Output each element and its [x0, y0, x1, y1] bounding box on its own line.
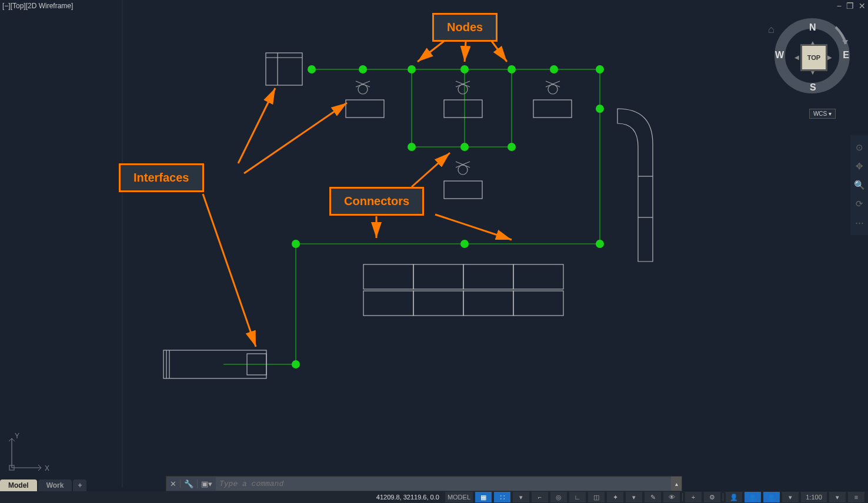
command-input[interactable] — [216, 477, 671, 491]
status-osnap-icon[interactable]: ✦ — [607, 492, 623, 502]
svg-point-12 — [408, 65, 416, 73]
close-button[interactable]: ✕ — [859, 2, 866, 10]
svg-line-62 — [244, 103, 347, 173]
command-settings-icon[interactable]: 🔧 — [181, 479, 198, 488]
callout-nodes: Nodes — [432, 13, 498, 42]
node-markers[interactable] — [292, 65, 604, 368]
minimize-button[interactable]: − — [837, 2, 842, 10]
nav-orbit-icon[interactable]: ⟳ — [853, 197, 866, 210]
viewcube-arrow-left[interactable]: ◀ — [794, 54, 799, 61]
viewport-title-bar: [−][Top][2D Wireframe] − ❐ ✕ — [0, 0, 868, 12]
svg-rect-47 — [513, 264, 563, 289]
callout-interfaces-label: Interfaces — [133, 171, 189, 184]
status-person3-icon[interactable]: 👤 — [763, 492, 780, 502]
status-dropdown-1[interactable]: ▾ — [513, 492, 529, 502]
status-menu-icon[interactable]: ≡ — [848, 492, 864, 502]
nav-more-icon[interactable]: ⋯ — [853, 216, 866, 229]
home-icon[interactable]: ⌂ — [768, 24, 774, 36]
viewcube-arrow-down[interactable]: ▼ — [810, 69, 816, 76]
svg-line-65 — [435, 214, 512, 240]
tab-model[interactable]: Model — [0, 479, 37, 491]
svg-rect-31 — [444, 181, 482, 199]
ucs-x-label: X — [45, 464, 49, 472]
interface-blocks[interactable] — [163, 53, 653, 378]
svg-line-63 — [203, 194, 256, 347]
wcs-indicator[interactable]: WCS ▾ — [809, 109, 836, 119]
ucs-y-label: Y — [15, 432, 19, 440]
svg-rect-30 — [533, 100, 572, 118]
drawing-canvas[interactable] — [0, 0, 868, 503]
command-line[interactable]: ✕ 🔧 ▣▾ ▴ — [166, 476, 682, 491]
status-dropdown-3[interactable]: ▾ — [782, 492, 799, 502]
svg-point-41 — [458, 165, 468, 175]
svg-rect-45 — [413, 264, 463, 289]
restore-button[interactable]: ❐ — [846, 2, 854, 10]
status-grid-icon[interactable]: ▦ — [475, 492, 492, 502]
compass-n[interactable]: N — [809, 22, 816, 33]
status-gear-icon[interactable]: ⚙ — [704, 492, 720, 502]
svg-point-32 — [358, 85, 368, 94]
callout-nodes-label: Nodes — [447, 21, 483, 33]
status-bar: 41209.8, 32119.6, 0.0 MODEL ▦ ⸬ ▾ ⌐ ◎ ∟ … — [0, 491, 868, 503]
svg-point-20 — [596, 105, 604, 113]
compass-e[interactable]: E — [843, 50, 849, 61]
svg-point-38 — [548, 85, 557, 94]
svg-rect-51 — [513, 291, 563, 316]
svg-point-24 — [292, 360, 300, 368]
svg-line-61 — [238, 88, 275, 163]
callout-connectors-label: Connectors — [344, 195, 409, 207]
tab-work[interactable]: Work — [38, 479, 72, 491]
status-lineweight-icon[interactable]: ✎ — [645, 492, 661, 502]
svg-rect-29 — [444, 100, 482, 118]
viewport-label[interactable]: [−][Top][2D Wireframe] — [2, 2, 73, 10]
svg-point-11 — [359, 65, 367, 73]
status-coords: 41209.8, 32119.6, 0.0 — [376, 494, 439, 501]
callout-interfaces: Interfaces — [119, 163, 204, 192]
compass-s[interactable]: S — [810, 82, 816, 93]
svg-rect-28 — [346, 100, 384, 118]
svg-point-21 — [292, 240, 300, 248]
svg-point-15 — [550, 65, 558, 73]
command-history-expand[interactable]: ▴ — [671, 477, 682, 491]
status-dropdown-2[interactable]: ▾ — [626, 492, 642, 502]
svg-point-14 — [508, 65, 516, 73]
svg-line-58 — [418, 41, 444, 62]
status-scale[interactable]: 1:100 — [801, 492, 827, 502]
svg-point-19 — [508, 143, 516, 151]
nav-zoom-icon[interactable]: 🔍 — [853, 179, 866, 192]
nav-wheel-icon[interactable]: ⊙ — [853, 141, 866, 154]
command-prompt-icon[interactable]: ▣▾ — [198, 479, 216, 488]
view-cube[interactable]: TOP N S E W ▲ ▼ ◀ ▶ ⌂ — [768, 12, 856, 106]
status-person2-icon[interactable]: 👤 — [745, 492, 761, 502]
status-iso-icon[interactable]: ◫ — [588, 492, 605, 502]
tab-add[interactable]: + — [73, 479, 86, 491]
svg-point-22 — [460, 240, 469, 248]
status-ortho-icon[interactable]: ∟ — [569, 492, 586, 502]
compass-w[interactable]: W — [775, 50, 784, 61]
view-cube-face[interactable]: TOP — [800, 44, 827, 71]
status-model-button[interactable]: MODEL — [445, 492, 473, 502]
connector-lines — [223, 69, 600, 364]
svg-point-13 — [460, 65, 469, 73]
svg-rect-48 — [363, 291, 413, 316]
viewcube-arrow-up[interactable]: ▲ — [810, 39, 816, 46]
svg-line-60 — [492, 41, 507, 62]
svg-point-10 — [308, 65, 316, 73]
viewcube-arrow-right[interactable]: ▶ — [827, 54, 832, 61]
nav-pan-icon[interactable]: ✥ — [853, 160, 866, 173]
command-close-icon[interactable]: ✕ — [166, 479, 181, 488]
layout-tabs: Model Work + — [0, 478, 88, 491]
status-transparency-icon[interactable]: 👁 — [663, 492, 680, 502]
status-angle-icon[interactable]: ⌐ — [532, 492, 548, 502]
ucs-icon[interactable]: X Y — [6, 430, 53, 477]
svg-point-16 — [596, 65, 604, 73]
status-plus-icon[interactable]: + — [685, 492, 702, 502]
status-person1-icon[interactable]: 👤 — [726, 492, 742, 502]
callout-connectors: Connectors — [329, 187, 424, 216]
window-controls: − ❐ ✕ — [837, 2, 868, 10]
status-snap-icon[interactable]: ⸬ — [494, 492, 510, 502]
navigation-bar: ⊙ ✥ 🔍 ⟳ ⋯ — [850, 135, 868, 235]
status-dropdown-4[interactable]: ▾ — [829, 492, 846, 502]
svg-rect-49 — [413, 291, 463, 316]
status-polar-icon[interactable]: ◎ — [550, 492, 567, 502]
